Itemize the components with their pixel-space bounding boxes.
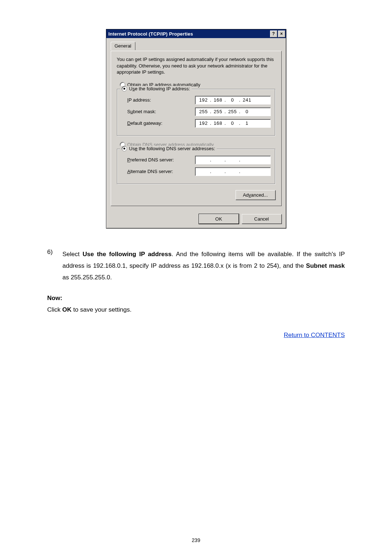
radio-icon[interactable] <box>122 146 127 151</box>
dns-group: Use the following DNS server addresses: … <box>117 149 275 184</box>
ok-button[interactable]: OK <box>199 214 239 224</box>
subnet-mask-input[interactable]: 255. 255. 255. 0 <box>195 107 271 116</box>
cancel-button[interactable]: Cancel <box>242 214 282 224</box>
dialog-title: Internet Protocol (TCP/IP) Properties <box>109 31 193 37</box>
alternate-dns-label: Alternate DNS server: <box>127 169 185 174</box>
ip-address-group: Use the following IP address: IP address… <box>117 89 275 136</box>
click-ok-text: Click OK to save your settings. <box>47 306 345 313</box>
description-text: You can get IP settings assigned automat… <box>117 56 275 75</box>
step-text: Select Use the following IP address. And… <box>62 249 345 284</box>
default-gateway-input[interactable]: 192. 168. 0. 1 <box>195 119 271 128</box>
step-number: 6) <box>47 249 56 284</box>
subnet-mask-label: Subnet mask: <box>127 109 185 114</box>
tab-panel-general: You can get IP settings assigned automat… <box>111 51 282 206</box>
now-heading: Now: <box>47 295 345 302</box>
preferred-dns-input[interactable]: . . . <box>195 156 271 164</box>
tcpip-properties-dialog: Internet Protocol (TCP/IP) Properties ? … <box>106 29 286 229</box>
preferred-dns-label: Preferred DNS server: <box>127 157 185 163</box>
ip-address-input[interactable]: 192. 168. 0. 241 <box>195 96 271 104</box>
advanced-button[interactable]: Advanced... <box>236 190 275 200</box>
tab-general[interactable]: General <box>111 42 135 50</box>
titlebar: Internet Protocol (TCP/IP) Properties ? … <box>106 29 286 38</box>
close-icon[interactable]: × <box>278 30 285 37</box>
help-icon[interactable]: ? <box>270 30 277 37</box>
instruction-step-6: 6) Select Use the following IP address. … <box>47 249 345 284</box>
radio-use-ip-label[interactable]: Use the following IP address: <box>129 86 190 91</box>
alternate-dns-input[interactable]: . . . <box>195 167 271 176</box>
default-gateway-label: Default gateway: <box>127 120 185 126</box>
page-number: 239 <box>0 537 392 543</box>
radio-use-dns-label[interactable]: Use the following DNS server addresses: <box>129 146 215 151</box>
ip-address-label: IP address: <box>127 97 185 103</box>
radio-icon[interactable] <box>122 86 127 91</box>
return-to-contents-link[interactable]: Return to CONTENTS <box>284 332 345 338</box>
